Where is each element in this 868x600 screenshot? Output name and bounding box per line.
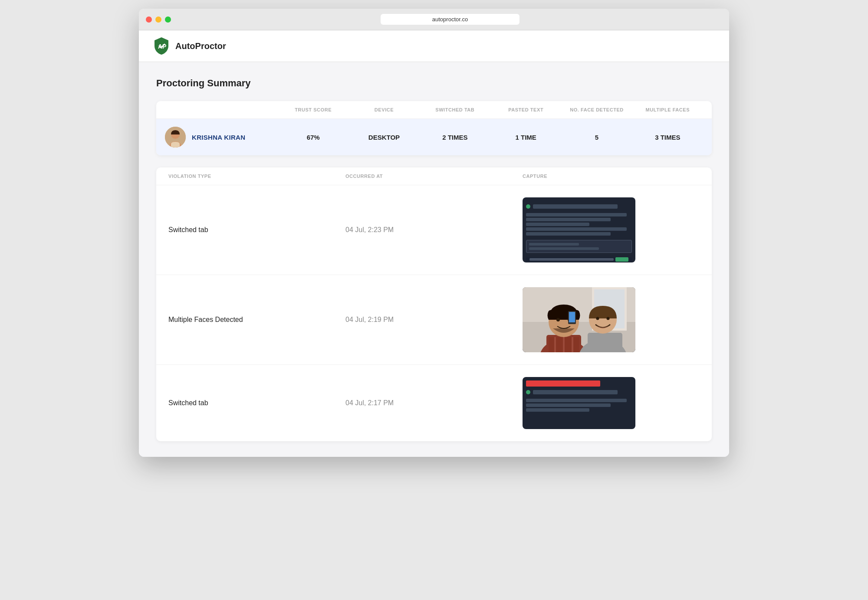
maximize-button[interactable] (165, 16, 171, 23)
multiple-faces-value: 3 TIMES (632, 134, 703, 141)
violation-time-1: 04 Jul, 2:23 PM (345, 226, 523, 234)
violation-time-2: 04 Jul, 2:19 PM (345, 316, 523, 324)
violation-row-3: Switched tab 04 Jul, 2:17 PM (156, 365, 712, 441)
svg-rect-19 (588, 333, 622, 352)
user-cell: KRISHNA KIRAN (165, 127, 278, 148)
col-header-device: DEVICE (349, 107, 419, 112)
close-button[interactable] (146, 16, 152, 23)
violation-type-3: Switched tab (168, 399, 345, 407)
summary-header: TRUST SCORE DEVICE SWITCHED TAB PASTED T… (156, 101, 712, 119)
svg-text:AP: AP (158, 43, 166, 50)
violation-time-3: 04 Jul, 2:17 PM (345, 399, 523, 407)
logo-icon: AP (153, 37, 170, 55)
address-bar: autoproctor.co (178, 14, 722, 25)
no-face-value: 5 (561, 134, 632, 141)
summary-data-row: KRISHNA KIRAN 67% DESKTOP 2 TIMES 1 TIME… (156, 119, 712, 155)
main-content: AP AutoProctor Proctoring Summary TRUST … (139, 30, 729, 457)
app-header: AP AutoProctor (139, 30, 729, 62)
capture-header-bar-3 (526, 380, 600, 387)
violation-row-2: Multiple Faces Detected 04 Jul, 2:19 PM (156, 275, 712, 365)
capture-1 (523, 197, 700, 262)
device-value: DESKTOP (349, 134, 419, 141)
pasted-text-value: 1 TIME (490, 134, 561, 141)
col-header-noface: NO. FACE DETECTED (561, 107, 632, 112)
trust-score-value: 67% (278, 134, 349, 141)
avatar (165, 127, 186, 148)
violation-type-2: Multiple Faces Detected (168, 316, 345, 324)
minimize-button[interactable] (155, 16, 161, 23)
summary-card: TRUST SCORE DEVICE SWITCHED TAB PASTED T… (156, 101, 712, 155)
violations-header: VIOLATION TYPE OCCURRED AT CAPTURE (156, 167, 712, 185)
page-title: Proctoring Summary (156, 78, 712, 89)
col-header-switched: SWITCHED TAB (420, 107, 490, 112)
capture-3 (523, 377, 700, 429)
screenshot-thumb-3[interactable] (523, 377, 635, 429)
screenshot-thumb-1[interactable] (523, 197, 635, 262)
svg-point-21 (596, 317, 599, 320)
col-header-name (165, 107, 278, 112)
col-header-multiface: MULTIPLE FACES (632, 107, 703, 112)
violation-row: Switched tab 04 Jul, 2:23 PM (156, 185, 712, 275)
traffic-lights (146, 16, 171, 23)
photo-thumb-2[interactable] (523, 287, 635, 352)
violation-type-1: Switched tab (168, 226, 345, 234)
violations-card: VIOLATION TYPE OCCURRED AT CAPTURE Switc… (156, 167, 712, 441)
svg-point-22 (607, 317, 610, 320)
violations-col-type: VIOLATION TYPE (168, 174, 345, 179)
app-name: AutoProctor (175, 41, 226, 51)
svg-rect-17 (569, 312, 575, 322)
col-header-pasted: PASTED TEXT (490, 107, 561, 112)
page-content: Proctoring Summary TRUST SCORE DEVICE SW… (139, 62, 729, 457)
user-name: KRISHNA KIRAN (192, 134, 245, 141)
col-header-trust: TRUST SCORE (278, 107, 349, 112)
violations-col-capture: CAPTURE (523, 174, 700, 179)
capture-2 (523, 287, 700, 352)
switched-tab-value: 2 TIMES (420, 134, 490, 141)
svg-point-14 (556, 318, 560, 321)
browser-window: autoproctor.co AP AutoProctor Proctoring… (139, 9, 729, 457)
browser-chrome: autoproctor.co (139, 9, 729, 30)
url-display[interactable]: autoproctor.co (381, 14, 519, 25)
violations-col-time: OCCURRED AT (345, 174, 523, 179)
